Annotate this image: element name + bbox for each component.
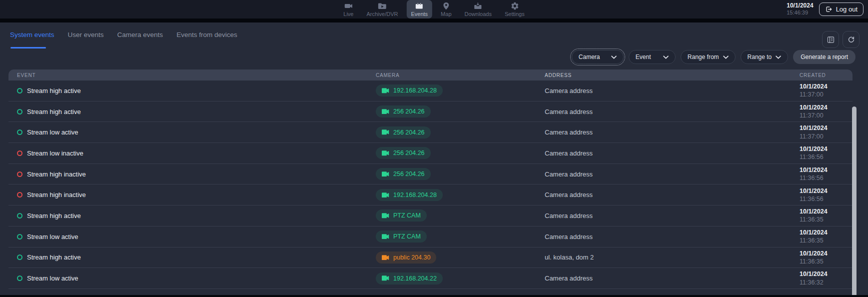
current-time: 15:46:39 bbox=[787, 10, 813, 16]
camera-address: Camera address bbox=[545, 170, 800, 178]
bottom-edge bbox=[0, 295, 868, 297]
event-name: Stream low active bbox=[27, 233, 78, 240]
nav-item-archive-dvr[interactable]: Archive/DVR bbox=[362, 0, 403, 18]
created-cell: 10/1/2024 11:36:35 bbox=[800, 228, 833, 245]
camera-address: Camera address bbox=[545, 233, 800, 240]
nav-item-settings[interactable]: Settings bbox=[500, 0, 529, 18]
refresh-icon bbox=[847, 36, 856, 44]
range-to-dropdown[interactable]: Range to bbox=[741, 50, 789, 64]
events-page: System events User events Camera events … bbox=[0, 22, 868, 297]
event-name: Stream high active bbox=[27, 87, 81, 94]
event-name: Stream low active bbox=[27, 274, 78, 282]
camera-name: 256 204.26 bbox=[393, 170, 425, 178]
logout-button[interactable]: Log out bbox=[819, 2, 864, 16]
column-header-created: CREATED bbox=[800, 72, 833, 78]
table-row[interactable]: Stream high active public 204.30 ul. kol… bbox=[8, 248, 853, 268]
generate-report-button[interactable]: Generate a report bbox=[793, 50, 856, 64]
created-time: 11:37:00 bbox=[800, 112, 833, 120]
table-row[interactable]: Stream low active PTZ CAM Camera address… bbox=[8, 226, 853, 248]
camera-address: Camera address bbox=[545, 274, 800, 282]
created-date: 10/1/2024 bbox=[800, 187, 833, 195]
event-tabs: System events User events Camera events … bbox=[0, 22, 868, 48]
created-cell: 10/1/2024 11:36:56 bbox=[800, 187, 833, 204]
created-time: 11:36:56 bbox=[800, 174, 833, 182]
table-row[interactable]: Stream high active PTZ CAM Camera addres… bbox=[8, 206, 853, 226]
video-camera-icon bbox=[382, 234, 389, 240]
status-ring-icon bbox=[17, 109, 22, 114]
video-camera-icon bbox=[382, 130, 389, 135]
nav-item-live[interactable]: Live bbox=[339, 0, 358, 18]
event-name: Stream high active bbox=[27, 254, 81, 261]
camera-name: 256 204.26 bbox=[393, 150, 425, 156]
tab-system-events[interactable]: System events bbox=[10, 32, 54, 48]
tab-label: Camera events bbox=[117, 31, 163, 38]
events-calendar-icon bbox=[414, 2, 424, 10]
status-ring-icon bbox=[17, 276, 22, 281]
camera-badge[interactable]: 192.168.204.28 bbox=[376, 84, 443, 96]
camera-badge[interactable]: 256 204.26 bbox=[376, 147, 431, 159]
archive-folder-icon bbox=[377, 2, 387, 10]
camera-badge[interactable]: PTZ CAM bbox=[376, 210, 427, 222]
chevron-down-icon bbox=[611, 56, 617, 59]
tab-camera-events[interactable]: Camera events bbox=[117, 32, 163, 48]
events-table: EVENT CAMERA ADDRESS CREATED Stream high… bbox=[8, 70, 853, 289]
main-navigation: Live Archive/DVR Events Map Downloads bbox=[339, 0, 529, 18]
table-row[interactable]: Stream high inactive 256 204.26 Camera a… bbox=[8, 164, 853, 185]
tab-user-events[interactable]: User events bbox=[68, 32, 104, 48]
camera-badge[interactable]: PTZ CAM bbox=[376, 230, 427, 242]
status-ring-icon bbox=[17, 234, 22, 240]
journal-view-icon bbox=[827, 36, 835, 44]
camera-name: PTZ CAM bbox=[393, 212, 421, 219]
camera-address: Camera address bbox=[545, 212, 800, 220]
created-time: 11:36:35 bbox=[800, 258, 833, 266]
nav-item-map[interactable]: Map bbox=[436, 0, 456, 18]
camera-badge[interactable]: public 204.30 bbox=[376, 252, 436, 264]
created-date: 10/1/2024 bbox=[800, 104, 833, 112]
video-camera-icon bbox=[382, 172, 389, 177]
created-date: 10/1/2024 bbox=[800, 166, 833, 174]
column-header-event: EVENT bbox=[8, 72, 376, 78]
table-scrollbar[interactable] bbox=[852, 106, 857, 297]
created-date: 10/1/2024 bbox=[800, 250, 833, 258]
created-cell: 10/1/2024 11:37:00 bbox=[800, 124, 833, 140]
created-cell: 10/1/2024 11:37:00 bbox=[800, 104, 833, 120]
event-name: Stream low active bbox=[27, 128, 78, 136]
event-name: Stream low inactive bbox=[27, 150, 83, 157]
nav-item-downloads[interactable]: Downloads bbox=[460, 0, 496, 18]
created-time: 11:36:32 bbox=[800, 278, 833, 286]
created-date: 10/1/2024 bbox=[800, 228, 833, 236]
camera-filter-dropdown[interactable]: Camera bbox=[572, 50, 624, 64]
refresh-button[interactable] bbox=[843, 31, 860, 48]
table-row[interactable]: Stream high active 256 204.26 Camera add… bbox=[8, 102, 853, 122]
video-camera-icon bbox=[382, 276, 389, 281]
table-row[interactable]: Stream high active 192.168.204.28 Camera… bbox=[8, 80, 853, 102]
camera-name: 192.168.204.28 bbox=[393, 87, 437, 94]
table-row[interactable]: Stream low active 192.168.204.22 Camera … bbox=[8, 268, 853, 289]
status-ring-icon bbox=[17, 254, 22, 260]
current-datetime: 10/1/2024 15:46:39 bbox=[787, 2, 813, 16]
camera-badge[interactable]: 192.168.204.22 bbox=[376, 272, 443, 284]
table-row[interactable]: Stream high inactive 192.168.204.28 Came… bbox=[8, 184, 853, 206]
camera-badge[interactable]: 192.168.204.28 bbox=[376, 189, 443, 201]
journal-view-button[interactable] bbox=[822, 31, 839, 48]
table-row[interactable]: Stream low active 256 204.26 Camera addr… bbox=[8, 122, 853, 143]
status-ring-icon bbox=[17, 192, 22, 198]
created-date: 10/1/2024 bbox=[800, 124, 833, 132]
camera-name: 192.168.204.28 bbox=[393, 192, 437, 198]
map-pin-icon bbox=[442, 2, 451, 10]
video-camera-icon bbox=[382, 109, 389, 114]
camera-badge[interactable]: 256 204.26 bbox=[376, 168, 431, 180]
tab-events-from-devices[interactable]: Events from devices bbox=[176, 32, 237, 48]
top-nav-bar: Live Archive/DVR Events Map Downloads bbox=[0, 0, 868, 18]
camera-badge[interactable]: 256 204.26 bbox=[376, 126, 431, 138]
event-filter-label: Event bbox=[636, 54, 651, 60]
created-cell: 10/1/2024 11:36:56 bbox=[800, 145, 833, 162]
status-ring-icon bbox=[17, 130, 22, 135]
created-time: 11:37:00 bbox=[800, 132, 833, 140]
created-cell: 10/1/2024 11:36:56 bbox=[800, 166, 833, 182]
nav-item-events[interactable]: Events bbox=[406, 0, 432, 18]
range-from-dropdown[interactable]: Range from bbox=[681, 50, 736, 64]
event-filter-dropdown[interactable]: Event bbox=[629, 50, 676, 64]
table-row[interactable]: Stream low inactive 256 204.26 Camera ad… bbox=[8, 143, 853, 164]
camera-badge[interactable]: 256 204.26 bbox=[376, 106, 431, 118]
